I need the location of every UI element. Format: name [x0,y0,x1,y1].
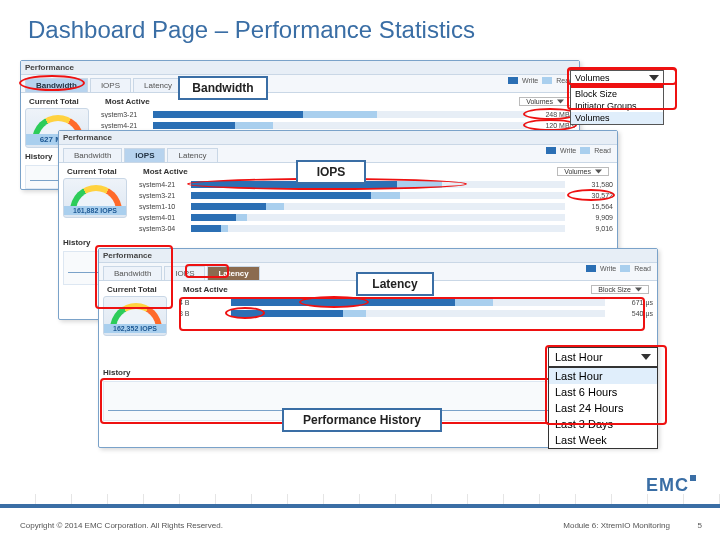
dropdown-value: Volumes [564,168,591,175]
bar-value: 31,580 [569,181,613,188]
chevron-down-icon [557,99,564,104]
most-active-hdr: Most Active [179,283,232,296]
callout-bandwidth: Bandwidth [178,76,268,100]
current-total-hdr: Current Total [25,95,95,108]
bar-row: 4 B 671 μs [179,297,653,307]
module-text: Module 6: XtremIO Monitoring [563,521,670,530]
current-total-col: Current Total 162,352 IOPS [103,283,173,336]
legend-read-swatch [580,147,590,154]
slide: Dashboard Page – Performance Statistics … [0,0,720,540]
dropdown-option[interactable]: Last 6 Hours [549,384,657,400]
dropdown-selected-value: Last Hour [555,351,603,363]
bar-label: system3-21 [139,192,187,199]
current-total-col: Current Total 161,882 IOPS [63,165,133,234]
chevron-down-icon [635,287,642,292]
legend-write-swatch [586,265,596,272]
most-active-hdr: Most Active [139,165,192,178]
bar-label: 4 B [179,299,227,306]
dropdown-option[interactable]: Initiator Groups [571,100,663,112]
latency-gauge: 162,352 IOPS [103,296,167,336]
bar-row: system3-21 248 MB/s [101,109,575,119]
brand-text: EMC [646,475,689,495]
bar-row: system4-21 31,580 [139,179,613,189]
bar-label: system1-10 [139,203,187,210]
tab-latency[interactable]: Latency [207,266,259,280]
entity-type-dropdown[interactable]: Volumes [557,167,609,176]
bar-row: 8 B 540 μs [179,308,653,318]
bar-track [231,299,605,306]
legend-read-swatch [620,265,630,272]
dropdown-value: Volumes [526,98,553,105]
current-total-hdr: Current Total [103,283,173,296]
bar-row: system3-04 9,016 [139,223,613,233]
footer-ticks [0,494,720,504]
bar-track [191,214,565,221]
perf-tabs: Bandwidth IOPS Latency Write Read [21,75,579,93]
gauge-value: 162,352 IOPS [104,324,166,333]
bar-label: 8 B [179,310,227,317]
dropdown-selected[interactable]: Last Hour [549,348,657,367]
legend-write-label: Write [560,147,576,154]
legend-read-swatch [542,77,552,84]
bar-label: system3-21 [101,111,149,118]
dropdown-selected[interactable]: Volumes [571,71,663,87]
bar-track [153,111,527,118]
page-number: 5 [698,521,702,530]
tab-bandwidth[interactable]: Bandwidth [63,148,122,162]
bar-row: system3-21 30,572 [139,190,613,200]
bar-value: 120 MB/s [531,122,575,129]
most-active-hdr: Most Active [101,95,154,108]
gauge-value: 161,882 IOPS [64,206,126,215]
entity-type-dropdown[interactable]: Volumes [519,97,571,106]
brand-square-icon [690,475,696,481]
tab-bandwidth[interactable]: Bandwidth [25,78,88,92]
panel-header: Performance [21,61,579,75]
dropdown-option[interactable]: Volumes [571,112,663,124]
dropdown-option[interactable]: Block Size [571,88,663,100]
tab-latency[interactable]: Latency [167,148,217,162]
dropdown-option[interactable]: Last Week [549,432,657,448]
callout-iops: IOPS [296,160,366,184]
bar-row: system4-21 120 MB/s [101,120,575,130]
history-label-text: History [103,368,131,377]
callout-latency: Latency [356,272,434,296]
bar-label: system4-21 [139,181,187,188]
bar-label: system4-21 [101,122,149,129]
block-size-dropdown[interactable]: Block Size [591,285,649,294]
bar-value: 9,909 [569,214,613,221]
bar-row: system1-10 15,564 [139,201,613,211]
legend: Write Read [546,147,611,154]
tab-iops[interactable]: IOPS [90,78,131,92]
legend-read-label: Read [594,147,611,154]
bar-label: system3-04 [139,225,187,232]
tab-bandwidth[interactable]: Bandwidth [103,266,162,280]
callout-history: Performance History [282,408,442,432]
iops-gauge: 161,882 IOPS [63,178,127,218]
chevron-down-icon [641,353,651,361]
bar-row: system4-01 9,909 [139,212,613,222]
copyright-text: Copyright © 2014 EMC Corporation. All Ri… [20,521,223,530]
bar-track [191,181,565,188]
tab-iops[interactable]: IOPS [124,148,165,162]
chevron-down-icon [649,74,659,82]
footer-bar [0,504,720,508]
tab-iops[interactable]: IOPS [164,266,205,280]
bar-label: system4-01 [139,214,187,221]
bar-value: 15,564 [569,203,613,210]
legend-write-swatch [508,77,518,84]
bar-value: 9,016 [569,225,613,232]
current-total-hdr: Current Total [63,165,133,178]
time-range-dropdown-open: Last Hour Last Hour Last 6 Hours Last 24… [548,347,658,449]
panel-header: Performance [99,249,657,263]
bar-track [191,203,565,210]
legend: Write Read [586,265,651,272]
dropdown-option[interactable]: Last 3 Days [549,416,657,432]
legend-write-label: Write [522,77,538,84]
dropdown-option[interactable]: Last 24 Hours [549,400,657,416]
dropdown-list: Last Hour Last 6 Hours Last 24 Hours Las… [549,367,657,448]
tab-latency[interactable]: Latency [133,78,183,92]
bar-value: 248 MB/s [531,111,575,118]
panel-header: Performance [59,131,617,145]
dropdown-option[interactable]: Last Hour [549,368,657,384]
legend-write-label: Write [600,265,616,272]
